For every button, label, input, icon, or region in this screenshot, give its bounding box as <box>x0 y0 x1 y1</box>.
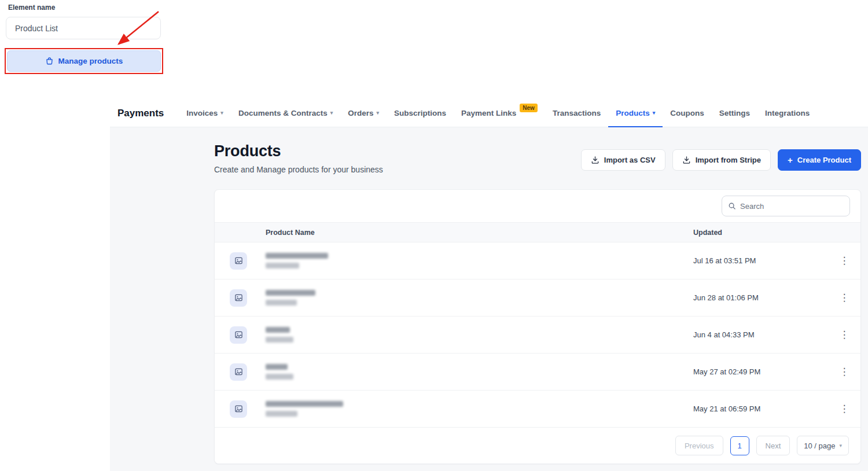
pagination-page-1-button[interactable]: 1 <box>730 436 749 455</box>
search-input[interactable] <box>740 202 844 211</box>
chevron-down-icon: ▾ <box>653 111 656 116</box>
table-row[interactable]: Jun 28 at 01:06 PM ⋮ <box>215 279 860 317</box>
table-row[interactable]: Jun 4 at 04:33 PM ⋮ <box>215 317 860 354</box>
manage-products-button[interactable]: Manage products <box>7 50 161 72</box>
bag-icon <box>45 57 54 65</box>
row-menu-kebab-icon[interactable]: ⋮ <box>836 290 853 305</box>
redacted-product-subtext <box>266 411 297 417</box>
download-icon <box>591 156 599 164</box>
nav-item-label: Documents & Contracts <box>238 109 328 117</box>
nav-item-subscriptions[interactable]: Subscriptions <box>387 100 454 127</box>
redacted-product-name <box>266 327 290 333</box>
redacted-product-name <box>266 364 288 370</box>
table-header: Product Name Updated <box>215 222 860 242</box>
nav-item-payment-links[interactable]: Payment Links New <box>454 100 545 127</box>
nav-item-products[interactable]: Products ▾ <box>608 100 663 127</box>
redacted-product-subtext <box>266 337 293 343</box>
pagination-bar: Previous 1 Next 10 / page ▾ <box>215 428 860 463</box>
column-header-product-name: Product Name <box>266 229 693 237</box>
updated-cell: Jun 28 at 01:06 PM <box>693 293 827 302</box>
product-image-icon <box>230 252 247 270</box>
import-csv-label: Import as CSV <box>604 156 656 164</box>
top-nav: Payments Invoices ▾ Documents & Contract… <box>110 100 868 127</box>
updated-cell: Jun 4 at 04:33 PM <box>693 330 827 339</box>
builder-panel: Element name Manage products <box>6 3 174 74</box>
import-csv-button[interactable]: Import as CSV <box>581 149 665 171</box>
page-title: Products <box>214 142 383 160</box>
nav-item-label: Products <box>616 109 650 117</box>
search-icon <box>728 202 736 210</box>
table-row[interactable]: May 21 at 06:59 PM ⋮ <box>215 391 860 428</box>
product-image-icon <box>230 363 247 381</box>
nav-item-documents-contracts[interactable]: Documents & Contracts ▾ <box>231 100 340 127</box>
nav-item-settings[interactable]: Settings <box>712 100 757 127</box>
product-image-icon <box>230 289 247 307</box>
row-menu-kebab-icon[interactable]: ⋮ <box>836 402 853 416</box>
nav-item-label: Transactions <box>553 109 601 117</box>
nav-item-label: Subscriptions <box>394 109 446 117</box>
nav-item-label: Settings <box>719 109 750 117</box>
element-name-input[interactable] <box>6 17 161 39</box>
nav-item-transactions[interactable]: Transactions <box>545 100 608 127</box>
element-name-label: Element name <box>8 3 174 12</box>
nav-tabs: Invoices ▾ Documents & Contracts ▾ Order… <box>179 100 817 127</box>
create-product-button[interactable]: + Create Product <box>778 149 861 171</box>
row-menu-kebab-icon[interactable]: ⋮ <box>836 253 853 268</box>
nav-item-label: Integrations <box>765 109 810 117</box>
products-card: Product Name Updated Jul 16 at 03:51 PM … <box>214 189 861 464</box>
chevron-down-icon: ▾ <box>839 443 842 448</box>
page-size-select[interactable]: 10 / page ▾ <box>797 436 849 455</box>
payments-app: Payments Invoices ▾ Documents & Contract… <box>110 100 868 471</box>
nav-item-invoices[interactable]: Invoices ▾ <box>179 100 231 127</box>
updated-cell: Jul 16 at 03:51 PM <box>693 256 827 265</box>
new-badge: New <box>520 104 538 112</box>
table-row[interactable]: Jul 16 at 03:51 PM ⋮ <box>215 242 860 279</box>
updated-cell: May 21 at 06:59 PM <box>693 404 827 413</box>
import-stripe-button[interactable]: Import from Stripe <box>672 149 771 171</box>
download-icon <box>682 156 691 164</box>
redacted-product-subtext <box>266 374 293 380</box>
manage-products-label: Manage products <box>58 57 123 65</box>
product-image-icon <box>230 400 247 418</box>
column-header-updated: Updated <box>693 229 827 237</box>
page-subtitle: Create and Manage products for your busi… <box>214 165 383 174</box>
search-box[interactable] <box>722 196 850 216</box>
plus-icon: + <box>788 156 793 164</box>
table-row[interactable]: May 27 at 02:49 PM ⋮ <box>215 354 860 391</box>
page-size-value: 10 / page <box>804 441 835 450</box>
redacted-product-name <box>266 401 343 407</box>
chevron-down-icon: ▾ <box>330 111 333 116</box>
nav-item-coupons[interactable]: Coupons <box>663 100 712 127</box>
pagination-previous-button[interactable]: Previous <box>675 436 723 455</box>
updated-cell: May 27 at 02:49 PM <box>693 367 827 376</box>
pagination-next-button[interactable]: Next <box>756 436 790 455</box>
row-menu-kebab-icon[interactable]: ⋮ <box>836 365 853 379</box>
page-actions: Import as CSV Import from Stripe + Creat… <box>581 149 861 171</box>
redacted-product-subtext <box>266 300 297 306</box>
page-content: Products Create and Manage products for … <box>110 127 868 471</box>
redacted-product-name <box>266 290 315 296</box>
row-menu-kebab-icon[interactable]: ⋮ <box>836 328 853 342</box>
nav-item-label: Orders <box>348 109 373 117</box>
import-stripe-label: Import from Stripe <box>696 156 761 164</box>
nav-item-label: Coupons <box>670 109 704 117</box>
product-image-icon <box>230 326 247 344</box>
card-toolbar <box>215 190 860 222</box>
app-title: Payments <box>117 108 164 119</box>
nav-item-label: Payment Links <box>461 109 516 117</box>
page-header: Products Create and Manage products for … <box>214 142 861 174</box>
redacted-product-subtext <box>266 263 299 268</box>
redacted-product-name <box>266 253 328 259</box>
chevron-down-icon: ▾ <box>376 111 379 116</box>
create-product-label: Create Product <box>797 156 851 164</box>
chevron-down-icon: ▾ <box>220 111 223 116</box>
nav-item-integrations[interactable]: Integrations <box>757 100 817 127</box>
annotation-highlight-box: Manage products <box>5 48 163 74</box>
nav-item-orders[interactable]: Orders ▾ <box>340 100 387 127</box>
nav-item-label: Invoices <box>186 109 218 117</box>
